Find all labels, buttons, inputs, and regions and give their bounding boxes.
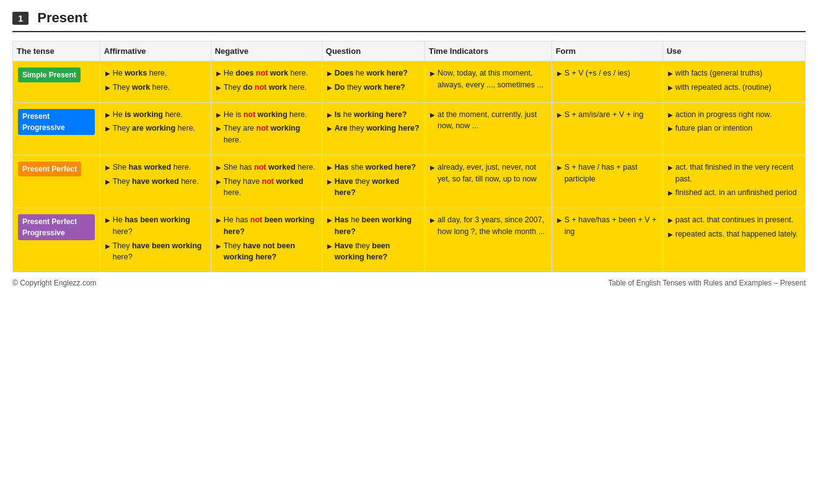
page-number: 1 (12, 12, 29, 25)
question-cell: Has she worked here?Have they worked her… (322, 155, 424, 207)
table-row: Present Perfect ProgressiveHe has been w… (13, 208, 806, 272)
negative-cell: He is not working here.They are not work… (211, 102, 322, 155)
time-cell: already, ever, just, never, not yet, so … (425, 155, 552, 207)
page-title-row: 1 Present (12, 10, 806, 32)
negative-cell: He has not been working here?They have n… (211, 208, 322, 272)
form-cell: S + have / has + past participle (552, 155, 662, 207)
affirmative-cell: She has worked here.They have worked her… (100, 155, 211, 207)
col-header-affirmative: Affirmative (100, 41, 211, 61)
footer: © Copyright Englezz.com Table of English… (12, 279, 806, 287)
time-cell: Now, today, at this moment, always, ever… (425, 61, 552, 103)
table-row: Present PerfectShe has worked here.They … (13, 155, 806, 207)
col-header-negative: Negative (211, 41, 322, 61)
tense-label: Present Perfect (18, 162, 81, 176)
question-cell: Is he working here?Are they working here… (322, 102, 424, 155)
use-cell: action in progress right now.future plan… (662, 102, 805, 155)
use-cell: with facts (general truths)with repeated… (662, 61, 805, 103)
table-row: Simple PresentHe works here.They work he… (13, 61, 806, 103)
table-header-row: The tense Affirmative Negative Question … (13, 41, 806, 61)
tenses-table: The tense Affirmative Negative Question … (12, 41, 806, 272)
affirmative-cell: He has been working here?They have been … (100, 208, 211, 272)
tense-cell: Present Perfect Progressive (13, 208, 100, 272)
tense-label: Present Progressive (18, 109, 95, 135)
affirmative-cell: He is working here.They are working here… (100, 102, 211, 155)
form-cell: S + have/has + been + V + ing (552, 208, 662, 272)
tense-label: Simple Present (18, 67, 81, 82)
caption: Table of English Tenses with Rules and E… (608, 279, 806, 287)
col-header-question: Question (322, 41, 424, 61)
tense-label: Present Perfect Progressive (18, 214, 95, 240)
col-header-form: Form (552, 41, 662, 61)
negative-cell: She has not worked here.They have not wo… (211, 155, 322, 207)
col-header-use: Use (662, 41, 805, 61)
affirmative-cell: He works here.They work here. (100, 61, 211, 103)
use-cell: past act. that continues in present.repe… (662, 208, 805, 272)
col-header-time: Time Indicators (425, 41, 552, 61)
copyright: © Copyright Englezz.com (12, 279, 97, 287)
negative-cell: He does not work here.They do not work h… (211, 61, 322, 103)
table-row: Present ProgressiveHe is working here.Th… (13, 102, 806, 155)
time-cell: at the moment, currently, just now, now … (425, 102, 552, 155)
question-cell: Has he been working here?Have they been … (322, 208, 424, 272)
tense-cell: Present Progressive (13, 102, 100, 155)
form-cell: S + V (+s / es / ies) (552, 61, 662, 103)
tense-cell: Simple Present (13, 61, 100, 103)
use-cell: act. that finished in the very recent pa… (662, 155, 805, 207)
col-header-tense: The tense (13, 41, 100, 61)
time-cell: all day, for 3 years, since 2007, how lo… (425, 208, 552, 272)
question-cell: Does he work here?Do they work here? (322, 61, 424, 103)
tense-cell: Present Perfect (13, 155, 100, 207)
form-cell: S + am/is/are + V + ing (552, 102, 662, 155)
page-title: Present (37, 10, 87, 26)
